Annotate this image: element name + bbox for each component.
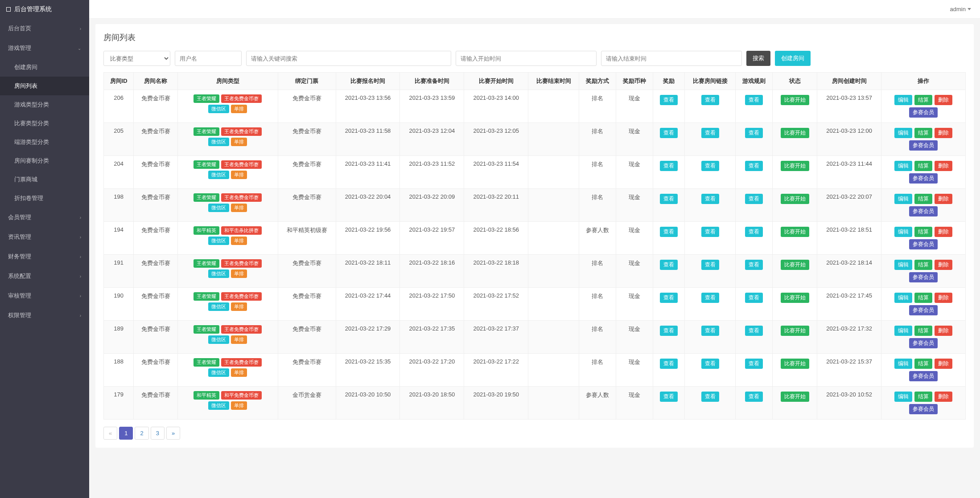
sidebar-item[interactable]: 权限管理› <box>0 306 89 325</box>
create-room-button[interactable]: 创建房间 <box>775 51 811 66</box>
view-rules-button[interactable]: 查看 <box>745 227 763 237</box>
view-link-button[interactable]: 查看 <box>701 128 719 138</box>
page-number[interactable]: 3 <box>151 427 165 440</box>
delete-button[interactable]: 删除 <box>935 161 952 171</box>
delete-button[interactable]: 删除 <box>935 326 952 336</box>
edit-button[interactable]: 编辑 <box>894 359 912 369</box>
delete-button[interactable]: 删除 <box>935 227 952 237</box>
settle-button[interactable]: 结算 <box>914 392 932 402</box>
view-rules-button[interactable]: 查看 <box>745 260 763 270</box>
delete-button[interactable]: 删除 <box>935 194 952 204</box>
edit-button[interactable]: 编辑 <box>894 227 912 237</box>
settle-button[interactable]: 结算 <box>914 128 932 138</box>
page-next[interactable]: » <box>166 427 180 440</box>
settle-button[interactable]: 结算 <box>914 95 932 105</box>
members-button[interactable]: 参赛会员 <box>909 305 938 315</box>
view-reward-button[interactable]: 查看 <box>660 161 678 171</box>
delete-button[interactable]: 删除 <box>935 359 952 369</box>
search-button[interactable]: 搜索 <box>746 51 770 66</box>
settle-button[interactable]: 结算 <box>914 161 932 171</box>
edit-button[interactable]: 编辑 <box>894 194 912 204</box>
members-button[interactable]: 参赛会员 <box>909 338 938 348</box>
sidebar-item[interactable]: 会员管理› <box>0 208 89 227</box>
filter-start-time-input[interactable] <box>456 51 597 66</box>
sidebar-item[interactable]: 游戏管理⌄ <box>0 38 89 58</box>
view-rules-button[interactable]: 查看 <box>745 293 763 303</box>
view-link-button[interactable]: 查看 <box>701 326 719 336</box>
sidebar-sub-item[interactable]: 创建房间 <box>0 58 89 77</box>
members-button[interactable]: 参赛会员 <box>909 239 938 249</box>
edit-button[interactable]: 编辑 <box>894 293 912 303</box>
view-reward-button[interactable]: 查看 <box>660 194 678 204</box>
delete-button[interactable]: 删除 <box>935 95 952 105</box>
filter-type-select[interactable]: 比赛类型 <box>103 51 170 66</box>
sidebar-item[interactable]: 后台首页› <box>0 19 89 38</box>
view-rules-button[interactable]: 查看 <box>745 194 763 204</box>
sidebar-item[interactable]: 资讯管理› <box>0 227 89 247</box>
sidebar-sub-item[interactable]: 端游类型分类 <box>0 133 89 151</box>
view-reward-button[interactable]: 查看 <box>660 293 678 303</box>
user-menu[interactable]: admin <box>941 6 980 12</box>
view-rules-button[interactable]: 查看 <box>745 359 763 369</box>
settle-button[interactable]: 结算 <box>914 326 932 336</box>
sidebar-sub-item[interactable]: 房间赛制分类 <box>0 151 89 170</box>
page-number[interactable]: 2 <box>135 427 148 440</box>
view-rules-button[interactable]: 查看 <box>745 392 763 402</box>
view-reward-button[interactable]: 查看 <box>660 128 678 138</box>
view-rules-button[interactable]: 查看 <box>745 326 763 336</box>
view-reward-button[interactable]: 查看 <box>660 392 678 402</box>
view-link-button[interactable]: 查看 <box>701 161 719 171</box>
view-link-button[interactable]: 查看 <box>701 293 719 303</box>
delete-button[interactable]: 删除 <box>935 128 952 138</box>
edit-button[interactable]: 编辑 <box>894 95 912 105</box>
view-link-button[interactable]: 查看 <box>701 194 719 204</box>
edit-button[interactable]: 编辑 <box>894 326 912 336</box>
view-link-button[interactable]: 查看 <box>701 359 719 369</box>
view-rules-button[interactable]: 查看 <box>745 95 763 105</box>
members-button[interactable]: 参赛会员 <box>909 404 938 414</box>
cell-signup-time: 2021-03-23 13:56 <box>336 90 400 123</box>
cell-room-type-wrap: 和平精英和平击杀比拼赛微信区单排 <box>177 222 278 255</box>
view-rules-button[interactable]: 查看 <box>745 161 763 171</box>
view-reward-button[interactable]: 查看 <box>660 359 678 369</box>
edit-button[interactable]: 编辑 <box>894 161 912 171</box>
filter-end-time-input[interactable] <box>601 51 742 66</box>
view-reward-button[interactable]: 查看 <box>660 326 678 336</box>
delete-button[interactable]: 删除 <box>935 293 952 303</box>
delete-button[interactable]: 删除 <box>935 260 952 270</box>
delete-button[interactable]: 删除 <box>935 392 952 402</box>
sidebar-sub-item[interactable]: 游戏类型分类 <box>0 95 89 114</box>
edit-button[interactable]: 编辑 <box>894 128 912 138</box>
members-button[interactable]: 参赛会员 <box>909 140 938 151</box>
view-rules-button[interactable]: 查看 <box>745 128 763 138</box>
members-button[interactable]: 参赛会员 <box>909 371 938 381</box>
settle-button[interactable]: 结算 <box>914 227 932 237</box>
sidebar-item[interactable]: 审核管理› <box>0 286 89 306</box>
members-button[interactable]: 参赛会员 <box>909 272 938 282</box>
settle-button[interactable]: 结算 <box>914 260 932 270</box>
sidebar-item[interactable]: 财务管理› <box>0 247 89 266</box>
view-reward-button[interactable]: 查看 <box>660 95 678 105</box>
sidebar-sub-item[interactable]: 比赛类型分类 <box>0 114 89 133</box>
filter-user-input[interactable] <box>175 51 242 66</box>
settle-button[interactable]: 结算 <box>914 194 932 204</box>
sidebar-sub-item[interactable]: 折扣卷管理 <box>0 189 89 208</box>
sidebar-sub-item[interactable]: 房间列表 <box>0 77 89 95</box>
view-link-button[interactable]: 查看 <box>701 227 719 237</box>
members-button[interactable]: 参赛会员 <box>909 206 938 216</box>
settle-button[interactable]: 结算 <box>914 359 932 369</box>
sidebar-sub-item[interactable]: 门票商城 <box>0 170 89 189</box>
view-link-button[interactable]: 查看 <box>701 392 719 402</box>
members-button[interactable]: 参赛会员 <box>909 107 938 118</box>
edit-button[interactable]: 编辑 <box>894 392 912 402</box>
view-reward-button[interactable]: 查看 <box>660 260 678 270</box>
members-button[interactable]: 参赛会员 <box>909 173 938 184</box>
edit-button[interactable]: 编辑 <box>894 260 912 270</box>
settle-button[interactable]: 结算 <box>914 293 932 303</box>
sidebar-item[interactable]: 系统配置› <box>0 266 89 286</box>
view-link-button[interactable]: 查看 <box>701 260 719 270</box>
page-number[interactable]: 1 <box>119 427 133 440</box>
filter-keyword-input[interactable] <box>246 51 451 66</box>
view-link-button[interactable]: 查看 <box>701 95 719 105</box>
view-reward-button[interactable]: 查看 <box>660 227 678 237</box>
